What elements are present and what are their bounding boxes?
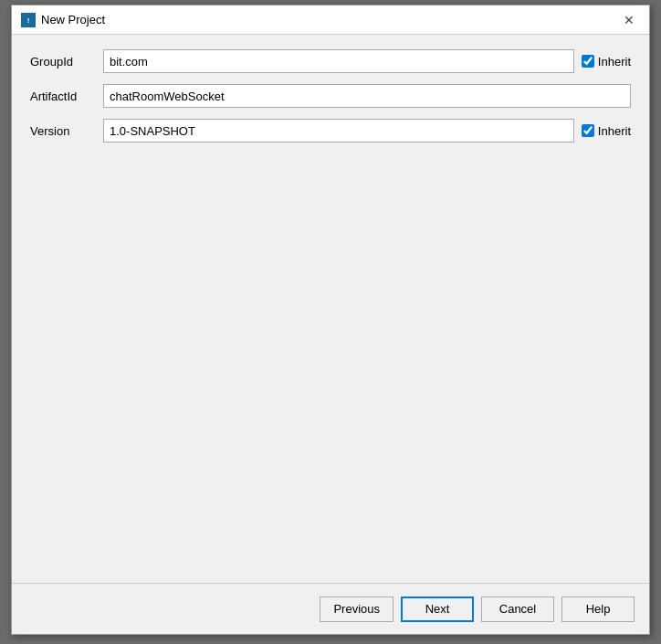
cancel-button[interactable]: Cancel: [481, 596, 554, 622]
version-inherit-wrapper: Inherit: [582, 124, 631, 138]
version-input[interactable]: [103, 119, 574, 143]
version-inherit-checkbox[interactable]: [582, 124, 594, 137]
dialog-title: New Project: [41, 13, 105, 26]
artifactid-input-wrapper: [103, 84, 631, 108]
version-input-wrapper: Inherit: [103, 119, 631, 143]
artifactid-label: ArtifactId: [30, 90, 103, 103]
groupid-inherit-label: Inherit: [598, 55, 631, 69]
title-bar-left: ! New Project: [21, 13, 105, 27]
version-row: Version Inherit: [30, 119, 631, 143]
title-bar: ! New Project ✕: [12, 5, 649, 35]
version-label: Version: [30, 124, 103, 138]
groupid-input-wrapper: Inherit: [103, 49, 631, 73]
dialog-content: GroupId Inherit ArtifactId Version: [12, 35, 649, 583]
version-inherit-label: Inherit: [598, 124, 631, 138]
close-button[interactable]: ✕: [618, 9, 640, 31]
groupid-inherit-checkbox[interactable]: [582, 55, 594, 68]
artifactid-input[interactable]: [103, 84, 631, 108]
dialog-footer: Previous Next Cancel Help: [12, 583, 649, 634]
new-project-dialog: ! New Project ✕ GroupId Inherit: [11, 5, 650, 635]
groupid-row: GroupId Inherit: [30, 49, 631, 73]
dialog-wrapper: ! New Project ✕ GroupId Inherit: [0, 0, 661, 644]
next-button[interactable]: Next: [401, 596, 474, 622]
artifactid-row: ArtifactId: [30, 84, 631, 108]
groupid-input[interactable]: [103, 49, 574, 73]
svg-text:!: !: [27, 16, 30, 25]
help-button[interactable]: Help: [561, 596, 635, 622]
previous-button[interactable]: Previous: [320, 596, 393, 622]
groupid-inherit-wrapper: Inherit: [582, 55, 631, 69]
dialog-icon: !: [21, 13, 36, 27]
groupid-label: GroupId: [30, 55, 103, 69]
